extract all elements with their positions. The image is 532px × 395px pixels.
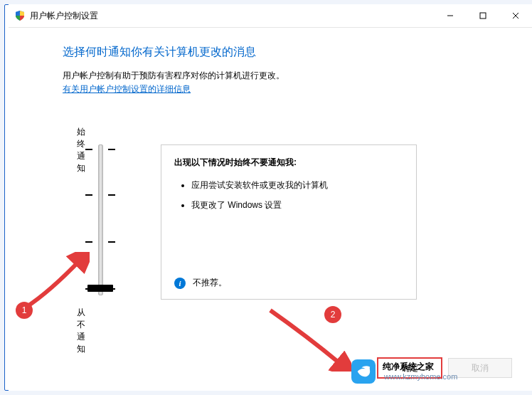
recommendation-text: 不推荐。 [193, 277, 227, 289]
slider-tick [85, 194, 115, 196]
ok-button[interactable]: 确定 [377, 357, 442, 379]
cancel-button[interactable]: 取消 [448, 358, 512, 378]
help-link[interactable]: 有关用户帐户控制设置的详细信息 [63, 83, 191, 95]
slider-bottom-label: 从不通知 [77, 307, 85, 355]
info-icon: i [174, 278, 186, 289]
close-button[interactable] [499, 4, 532, 27]
slider-track[interactable] [98, 144, 103, 295]
annotation-badge-1: 1 [16, 302, 33, 319]
slider-tick [85, 149, 115, 150]
info-bullet: 我更改了 Windows 设置 [191, 199, 403, 211]
window-title: 用户帐户控制设置 [30, 10, 98, 22]
info-panel-title: 出现以下情况时始终不要通知我: [174, 157, 403, 169]
info-panel: 出现以下情况时始终不要通知我: 应用尝试安装软件或更改我的计算机 我更改了 Wi… [161, 144, 417, 300]
info-bullet: 应用尝试安装软件或更改我的计算机 [191, 179, 403, 191]
minimize-button[interactable] [434, 4, 467, 27]
shield-icon [14, 10, 26, 21]
maximize-button[interactable] [467, 4, 499, 27]
svg-rect-1 [480, 13, 486, 19]
titlebar: 用户帐户控制设置 [9, 4, 532, 28]
annotation-badge-2: 2 [324, 306, 341, 323]
annotation-arrow-1 [21, 252, 90, 312]
page-heading: 选择何时通知你有关计算机更改的消息 [63, 45, 532, 60]
slider-thumb[interactable] [87, 285, 113, 292]
slider-tick [85, 241, 115, 243]
page-subtext: 用户帐户控制有助于预防有害程序对你的计算机进行更改。 [63, 70, 532, 82]
slider-top-label: 始终通知 [77, 126, 85, 174]
